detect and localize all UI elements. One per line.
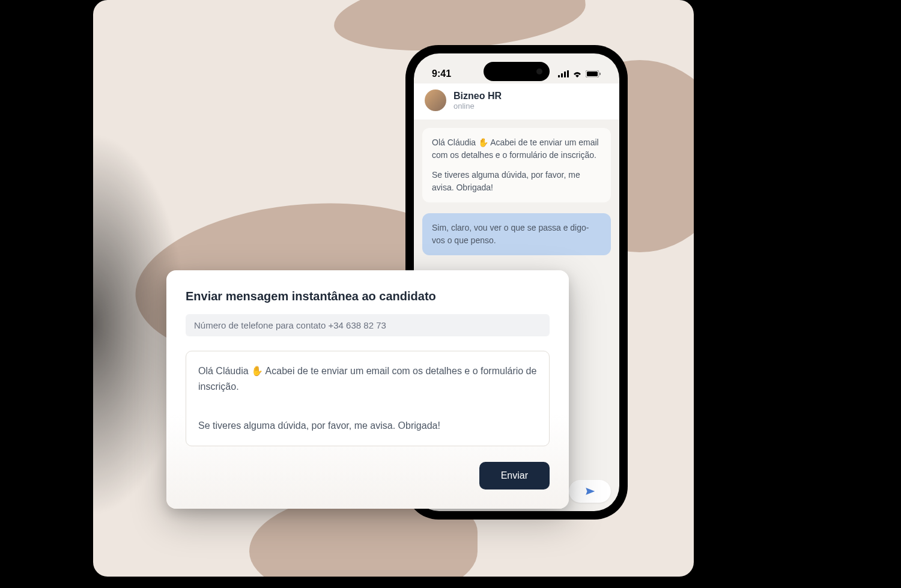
chat-status: online [454, 102, 502, 111]
message-text: Se tiveres alguma dúvida, por favor, me … [432, 169, 601, 194]
phone-number-input[interactable]: Número de telefone para contato +34 638 … [186, 314, 550, 336]
svg-rect-0 [558, 75, 560, 77]
send-icon [584, 486, 595, 497]
message-text: Olá Cláudia ✋ Acabei de te enviar um ema… [432, 136, 601, 162]
svg-rect-5 [587, 71, 598, 76]
dynamic-island [484, 62, 550, 81]
message-line: Olá Cláudia ✋ Acabei de te enviar um ema… [198, 363, 537, 394]
status-icons [558, 70, 601, 77]
svg-rect-6 [599, 73, 601, 75]
svg-rect-2 [564, 71, 566, 77]
send-button[interactable]: Enviar [479, 462, 550, 489]
avatar[interactable] [425, 89, 446, 111]
chat-header: Bizneo HR online [414, 83, 619, 120]
send-message-modal: Enviar mensagem instantânea ao candidato… [166, 270, 569, 509]
modal-footer: Enviar [186, 462, 550, 489]
svg-rect-3 [567, 70, 569, 77]
status-time: 9:41 [432, 68, 451, 79]
modal-title: Enviar mensagem instantânea ao candidato [186, 289, 550, 303]
outgoing-message: Sim, claro, vou ver o que se passa e dig… [422, 213, 611, 255]
message-line: Se tiveres alguma dúvida, por favor, me … [198, 418, 537, 434]
incoming-message: Olá Cláudia ✋ Acabei de te enviar um ema… [422, 128, 611, 202]
chat-name: Bizneo HR [454, 91, 502, 102]
battery-icon [586, 70, 601, 77]
svg-rect-1 [561, 73, 563, 77]
message-text: Sim, claro, vou ver o que se passa e dig… [432, 222, 601, 247]
send-button[interactable] [569, 480, 611, 503]
message-textarea[interactable]: Olá Cláudia ✋ Acabei de te enviar um ema… [186, 351, 550, 446]
wifi-icon [572, 70, 582, 77]
cellular-icon [558, 70, 569, 77]
